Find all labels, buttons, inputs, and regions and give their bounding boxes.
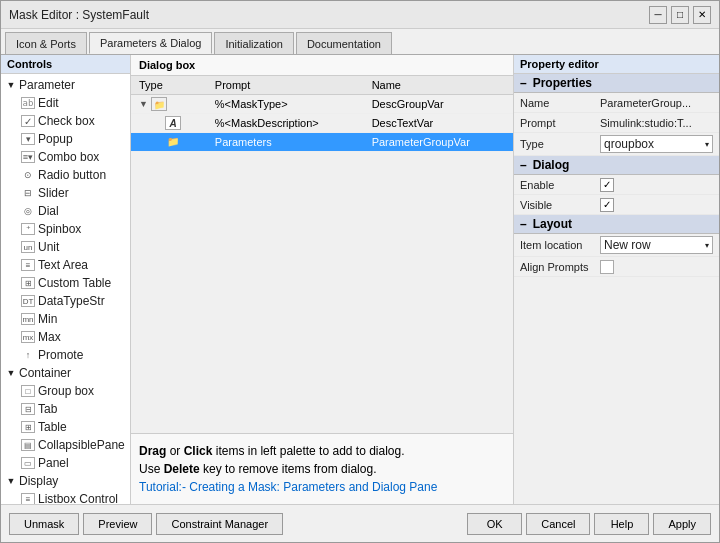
bottom-bar: Unmask Preview Constraint Manager OK Can…: [1, 504, 719, 542]
preview-button[interactable]: Preview: [83, 513, 152, 535]
popup-icon: ▾: [21, 133, 35, 145]
prop-name-value: ParameterGroup...: [600, 97, 713, 109]
item-unit[interactable]: un Unit: [1, 238, 130, 256]
constraint-manager-button[interactable]: Constraint Manager: [156, 513, 283, 535]
prop-enable-checkbox[interactable]: ✓: [600, 178, 614, 192]
dialog-row-2[interactable]: ▼ A %<MaskDescription> DescTextVar: [131, 114, 513, 133]
section-parameter-label: Parameter: [19, 78, 75, 92]
tab-icon-ports[interactable]: Icon & Ports: [5, 32, 87, 54]
row1-expand-icon: ▼: [139, 99, 149, 109]
tab-documentation[interactable]: Documentation: [296, 32, 392, 54]
prop-type-label: Type: [520, 138, 600, 150]
item-customtable[interactable]: ⊞ Custom Table: [1, 274, 130, 292]
section-parameter-header[interactable]: ▼ Parameter: [1, 76, 130, 94]
display-arrow: ▼: [5, 475, 17, 487]
item-collapsiblepane[interactable]: ▤ CollapsiblePane: [1, 436, 130, 454]
tab-initialization[interactable]: Initialization: [214, 32, 293, 54]
item-textarea[interactable]: ≡ Text Area: [1, 256, 130, 274]
properties-section-header: – Properties: [514, 74, 719, 93]
item-slider-label: Slider: [38, 186, 69, 200]
footer-tutorial-link[interactable]: Tutorial:- Creating a Mask: Parameters a…: [139, 480, 437, 494]
item-popup-label: Popup: [38, 132, 73, 146]
row2-type-cell: ▼ A: [139, 116, 199, 130]
item-min-label: Min: [38, 312, 57, 326]
item-min[interactable]: mn Min: [1, 310, 130, 328]
footer-click-bold: Click: [184, 444, 213, 458]
item-spinbox[interactable]: ⁺ Spinbox: [1, 220, 130, 238]
item-panel[interactable]: ▭ Panel: [1, 454, 130, 472]
section-container-header[interactable]: ▼ Container: [1, 364, 130, 382]
layout-section-header: – Layout: [514, 215, 719, 234]
section-display-header[interactable]: ▼ Display: [1, 472, 130, 490]
container-arrow: ▼: [5, 367, 17, 379]
prop-item-location-value: New row: [604, 238, 651, 252]
row1-type-cell: ▼ 📁: [139, 97, 199, 111]
item-checkbox-label: Check box: [38, 114, 95, 128]
item-combobox[interactable]: ≡▾ Combo box: [1, 148, 130, 166]
prop-prompt-label: Prompt: [520, 117, 600, 129]
layout-collapse-icon: –: [520, 217, 527, 231]
item-max[interactable]: mx Max: [1, 328, 130, 346]
section-container-label: Container: [19, 366, 71, 380]
footer-items-text: items in left palette to add to dialog.: [216, 444, 405, 458]
item-dial[interactable]: ◎ Dial: [1, 202, 130, 220]
dialog-collapse-icon: –: [520, 158, 527, 172]
section-parameter: ▼ Parameter ab Edit ✓ Check box ▾ Popup: [1, 76, 130, 364]
min-icon: mn: [21, 313, 35, 325]
item-combobox-label: Combo box: [38, 150, 99, 164]
prop-name-row: Name ParameterGroup...: [514, 93, 719, 113]
item-radiobutton[interactable]: ⊙ Radio button: [1, 166, 130, 184]
dialog-row-3[interactable]: ▼ 📁 Parameters ParameterGroupVar: [131, 133, 513, 152]
item-tab[interactable]: ⊟ Tab: [1, 400, 130, 418]
properties-section-label: Properties: [533, 76, 592, 90]
row1-prompt: %<MaskType>: [207, 95, 364, 114]
close-button[interactable]: ✕: [693, 6, 711, 24]
prop-item-location-dropdown[interactable]: New row ▾: [600, 236, 713, 254]
item-max-label: Max: [38, 330, 61, 344]
center-footer: Drag or Click items in left palette to a…: [131, 433, 513, 504]
checkbox-icon: ✓: [21, 115, 35, 127]
item-groupbox[interactable]: □ Group box: [1, 382, 130, 400]
prop-visible-row: Visible ✓: [514, 195, 719, 215]
item-popup[interactable]: ▾ Popup: [1, 130, 130, 148]
collapsiblepane-icon: ▤: [21, 439, 35, 451]
unmask-button[interactable]: Unmask: [9, 513, 79, 535]
row3-prompt: Parameters: [207, 133, 364, 152]
prop-visible-label: Visible: [520, 199, 600, 211]
item-edit[interactable]: ab Edit: [1, 94, 130, 112]
prop-align-prompts-checkbox[interactable]: [600, 260, 614, 274]
center-panel: Dialog box Type Prompt Name: [131, 55, 514, 504]
minimize-button[interactable]: ─: [649, 6, 667, 24]
combobox-icon: ≡▾: [21, 151, 35, 163]
bottom-right-buttons: OK Cancel Help Apply: [467, 513, 711, 535]
properties-collapse-icon: –: [520, 76, 527, 90]
dialog-row-1[interactable]: ▼ 📁 %<MaskType> DescGroupVar: [131, 95, 513, 114]
item-slider[interactable]: ⊟ Slider: [1, 184, 130, 202]
prop-name-label: Name: [520, 97, 600, 109]
maximize-button[interactable]: □: [671, 6, 689, 24]
item-listbox-label: Listbox Control: [38, 492, 118, 504]
footer-drag-bold: Drag: [139, 444, 166, 458]
dialog-table[interactable]: Type Prompt Name ▼ 📁: [131, 76, 513, 433]
apply-button[interactable]: Apply: [653, 513, 711, 535]
prop-type-row: Type qroupbox ▾: [514, 133, 719, 156]
help-button[interactable]: Help: [594, 513, 649, 535]
prop-align-prompts-row: Align Prompts: [514, 257, 719, 277]
item-promote[interactable]: ↑ Promote: [1, 346, 130, 364]
prop-visible-checkbox[interactable]: ✓: [600, 198, 614, 212]
item-dial-label: Dial: [38, 204, 59, 218]
item-datatypestr[interactable]: DT DataTypeStr: [1, 292, 130, 310]
title-bar: Mask Editor : SystemFault ─ □ ✕: [1, 1, 719, 29]
cancel-button[interactable]: Cancel: [526, 513, 590, 535]
edit-icon: ab: [21, 97, 35, 109]
ok-button[interactable]: OK: [467, 513, 522, 535]
tab-parameters-dialog[interactable]: Parameters & Dialog: [89, 32, 213, 54]
item-checkbox[interactable]: ✓ Check box: [1, 112, 130, 130]
item-spinbox-label: Spinbox: [38, 222, 81, 236]
item-table[interactable]: ⊞ Table: [1, 418, 130, 436]
footer-or-text: or: [170, 444, 184, 458]
prop-type-dropdown[interactable]: qroupbox ▾: [600, 135, 713, 153]
dial-icon: ◎: [21, 204, 35, 218]
item-listboxcontrol[interactable]: ≡ Listbox Control: [1, 490, 130, 504]
col-name: Name: [364, 76, 513, 95]
